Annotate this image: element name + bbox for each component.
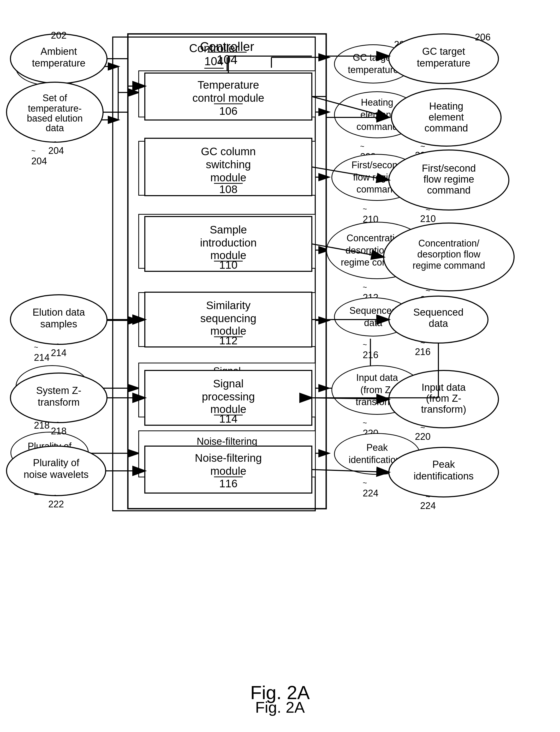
- similarity-seq-module: Similaritysequencingmodule 112: [138, 292, 316, 347]
- sequenced-data-output: Sequenceddata: [334, 298, 412, 337]
- noise-wavelets-input: Plurality ofnoise wavelets: [10, 432, 89, 473]
- fig-caption: Fig. 2A: [0, 698, 560, 716]
- ref-224: ~ 224: [363, 477, 378, 499]
- gc-column-module: GC columnswitchingmodule 108: [138, 141, 316, 196]
- temp-control-module: Temperaturecontrol module 106: [138, 70, 316, 117]
- set-temp-elution-input: Set oftemperature-based elutiondata: [10, 94, 89, 141]
- ref-202: 202: [34, 39, 50, 50]
- ref-206: 206: [394, 39, 410, 50]
- flow-regime-output: First/secondflow regimecommand: [331, 154, 423, 201]
- signal-proc-module: Signalprocessingmodule 114: [138, 363, 316, 417]
- input-data-output: Input data(from Z-transform): [331, 365, 423, 415]
- ref-222: ~ 222: [34, 475, 50, 497]
- system-z-input: System Z-transform: [16, 365, 89, 407]
- conc-desorp-output: Concentration/desorption flowregime comm…: [326, 222, 428, 279]
- noise-filter-module: Noise-filteringmodule 116: [138, 430, 316, 477]
- ref-218: ~ 218: [34, 409, 50, 431]
- elution-data-input: Elution datasamples: [16, 300, 89, 339]
- controller-label: Controller 104: [112, 42, 316, 69]
- heating-cmd-output: Heatingelementcommand: [334, 91, 420, 138]
- peak-id-output: Peakidentifications: [334, 433, 420, 475]
- sample-intro-module: Sampleintroductionmodule 110: [138, 214, 316, 269]
- ref-216: ~ 216: [363, 339, 378, 361]
- ambient-temp-input: Ambient temperature: [16, 50, 89, 86]
- gc-target-output: GC targettemperature: [334, 44, 412, 84]
- ref-204: ~ 204: [31, 145, 47, 167]
- ref-214: ~ 214: [34, 341, 50, 363]
